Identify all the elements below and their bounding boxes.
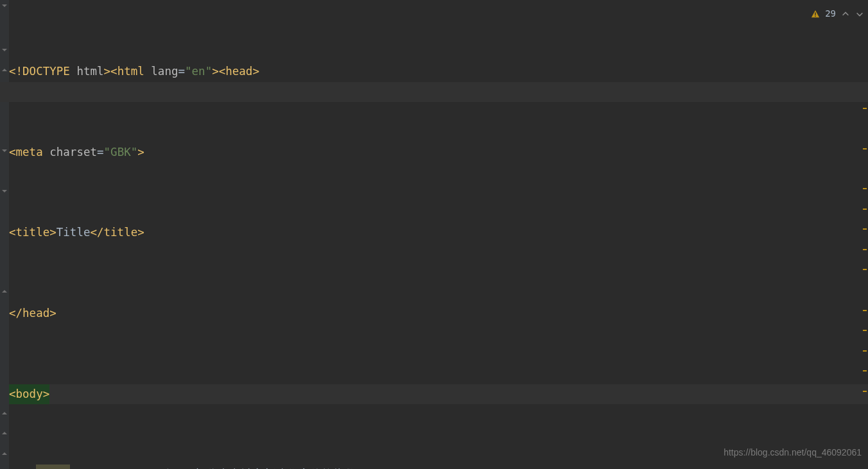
fold-marker-down-icon[interactable] [2,189,7,194]
fold-marker-up-icon[interactable] [2,289,7,294]
code-line[interactable]: <meta charset="GBK"> [9,142,763,162]
gutter [0,0,9,469]
fold-marker-down-icon[interactable] [2,3,7,8]
fold-marker-down-icon[interactable] [2,47,7,53]
code-line[interactable]: <!DOCTYPE html><html lang="en"><head> [9,62,763,81]
editor-code[interactable]: <!DOCTYPE html><html lang="en"><head> <m… [9,1,763,469]
fold-marker-up-icon[interactable] [2,431,7,436]
code-line[interactable]: <h2 align="center">2016年7月部分大中城市新建住宅价格指数… [9,465,763,469]
fold-marker-up-icon[interactable] [2,67,7,72]
chevron-down-icon[interactable] [855,10,864,19]
warning-count: 29 [825,4,836,24]
fold-marker-up-icon[interactable] [2,451,7,456]
chevron-up-icon[interactable] [841,10,850,19]
fold-marker-up-icon[interactable] [2,411,7,416]
watermark: https://blog.csdn.net/qq_46092061 [724,443,862,463]
inspection-summary[interactable]: 29 [811,4,864,24]
svg-rect-0 [815,12,815,15]
fold-marker-down-icon[interactable] [2,148,7,153]
warning-icon [811,10,820,19]
code-line[interactable]: <title>Title</title> [9,223,763,243]
code-line[interactable]: </head> [9,303,763,323]
svg-rect-1 [815,15,815,16]
code-line-cursor[interactable]: <body> [9,384,763,404]
